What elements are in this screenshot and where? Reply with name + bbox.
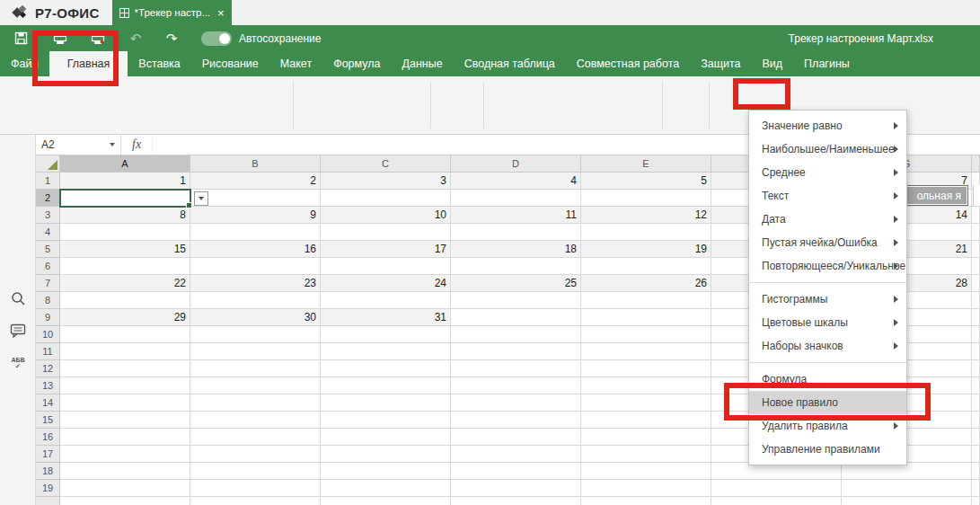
cell-B8[interactable]: [190, 292, 321, 309]
cell-B4[interactable]: [190, 224, 321, 241]
cell-B17[interactable]: [190, 446, 321, 463]
cell-H20[interactable]: [972, 497, 980, 505]
row-header-17[interactable]: 17: [36, 446, 60, 463]
cell-D8[interactable]: [451, 292, 581, 309]
cell-E7[interactable]: 26: [581, 275, 711, 292]
column-header-E[interactable]: E: [581, 155, 711, 173]
cell-D5[interactable]: 18: [451, 241, 581, 258]
cell-A19[interactable]: [60, 480, 190, 497]
cell-G20[interactable]: [842, 497, 972, 505]
cell-D11[interactable]: [451, 343, 581, 360]
cell-C12[interactable]: [321, 360, 451, 377]
cell-H18[interactable]: [972, 463, 980, 480]
cell-A18[interactable]: [60, 463, 190, 480]
cell-C7[interactable]: 24: [321, 275, 451, 292]
cell-D17[interactable]: [451, 446, 581, 463]
cell-B12[interactable]: [190, 360, 321, 377]
menu-item-Дата[interactable]: Дата: [749, 208, 906, 231]
menu-tab-Рисование[interactable]: Рисование: [191, 51, 269, 76]
cell-E10[interactable]: [581, 326, 711, 343]
search-button[interactable]: [0, 291, 36, 306]
cell-C17[interactable]: [321, 446, 451, 463]
redo-icon[interactable]: ↷: [162, 31, 181, 47]
cell-A15[interactable]: [60, 412, 190, 429]
row-header-2[interactable]: 2: [36, 190, 60, 207]
row-header-6[interactable]: 6: [36, 258, 60, 275]
cell-B6[interactable]: [190, 258, 321, 275]
cell-D9[interactable]: [451, 309, 581, 326]
menu-item-Среднее[interactable]: Среднее: [749, 161, 906, 184]
cell-E1[interactable]: 5: [581, 173, 711, 190]
cell-A14[interactable]: [60, 394, 190, 412]
cell-A8[interactable]: [60, 292, 190, 309]
cell-C14[interactable]: [321, 394, 451, 412]
cell-A6[interactable]: [60, 258, 190, 275]
cell-C3[interactable]: 10: [321, 207, 451, 224]
row-header-3[interactable]: 3: [36, 207, 60, 224]
column-header-B[interactable]: B: [190, 155, 321, 173]
cell-E6[interactable]: [581, 258, 711, 275]
cell-E8[interactable]: [581, 292, 711, 309]
cell-C6[interactable]: [321, 258, 451, 275]
cell-B11[interactable]: [190, 343, 321, 360]
cell-E2[interactable]: [581, 190, 711, 207]
menu-tab-Макет[interactable]: Макет: [269, 51, 322, 76]
row-header-14[interactable]: 14: [36, 394, 60, 412]
cell-dropdown-button[interactable]: [194, 191, 208, 206]
cell-C15[interactable]: [321, 412, 451, 429]
cell-C13[interactable]: [321, 377, 451, 394]
cell-B18[interactable]: [190, 463, 321, 480]
cell-H15[interactable]: [972, 412, 980, 429]
cell-D18[interactable]: [451, 463, 581, 480]
cell-C5[interactable]: 17: [321, 241, 451, 258]
cell-C1[interactable]: 3: [321, 173, 451, 190]
menu-item-Значение равно[interactable]: Значение равно: [749, 114, 906, 137]
cell-A1[interactable]: 1: [60, 173, 190, 190]
cell-F19[interactable]: [711, 480, 842, 497]
row-header-10[interactable]: 10: [36, 326, 60, 343]
select-all-corner[interactable]: [36, 155, 60, 173]
cell-E16[interactable]: [581, 429, 711, 446]
cell-H19[interactable]: [972, 480, 980, 497]
cell-D16[interactable]: [451, 429, 581, 446]
row-header-1[interactable]: 1: [36, 173, 60, 190]
row-header-4[interactable]: 4: [36, 224, 60, 241]
cell-C2[interactable]: [321, 190, 451, 207]
cell-E11[interactable]: [581, 343, 711, 360]
cell-E15[interactable]: [581, 412, 711, 429]
cell-B13[interactable]: [190, 377, 321, 394]
cell-C16[interactable]: [321, 429, 451, 446]
cell-H16[interactable]: [972, 429, 980, 446]
cell-B20[interactable]: [190, 497, 321, 505]
cell-E13[interactable]: [581, 377, 711, 394]
document-tab[interactable]: *Трекер настр... ×: [112, 0, 232, 25]
cell-B5[interactable]: 16: [190, 241, 321, 258]
cell-C11[interactable]: [321, 343, 451, 360]
cell-E4[interactable]: [581, 224, 711, 241]
row-header-9[interactable]: 9: [36, 309, 60, 326]
cell-H13[interactable]: [972, 377, 980, 394]
cell-E3[interactable]: 12: [581, 207, 711, 224]
cell-H3[interactable]: [972, 207, 980, 224]
menu-tab-Данные[interactable]: Данные: [392, 51, 454, 76]
cell-H5[interactable]: [972, 241, 980, 258]
cell-E20[interactable]: [581, 497, 711, 505]
menu-item-Пустая ячейка/Ошибка[interactable]: Пустая ячейка/Ошибка: [749, 231, 906, 254]
cell-E12[interactable]: [581, 360, 711, 377]
menu-tab-Формула[interactable]: Формула: [322, 51, 391, 76]
row-header-5[interactable]: 5: [36, 241, 60, 258]
cell-D6[interactable]: [451, 258, 581, 275]
row-header-18[interactable]: 18: [36, 463, 60, 480]
cell-D12[interactable]: [451, 360, 581, 377]
column-header-H[interactable]: [972, 155, 980, 173]
cell-E5[interactable]: 19: [581, 241, 711, 258]
row-header-15[interactable]: 15: [36, 412, 60, 429]
column-header-A[interactable]: A: [60, 155, 190, 173]
cell-D10[interactable]: [451, 326, 581, 343]
save-icon[interactable]: [11, 31, 31, 45]
cell-B15[interactable]: [190, 412, 321, 429]
spellcheck-button[interactable]: АБВ✓: [0, 357, 36, 369]
row-header-12[interactable]: 12: [36, 360, 60, 377]
cell-C20[interactable]: [321, 497, 451, 505]
cell-H10[interactable]: [972, 326, 980, 343]
